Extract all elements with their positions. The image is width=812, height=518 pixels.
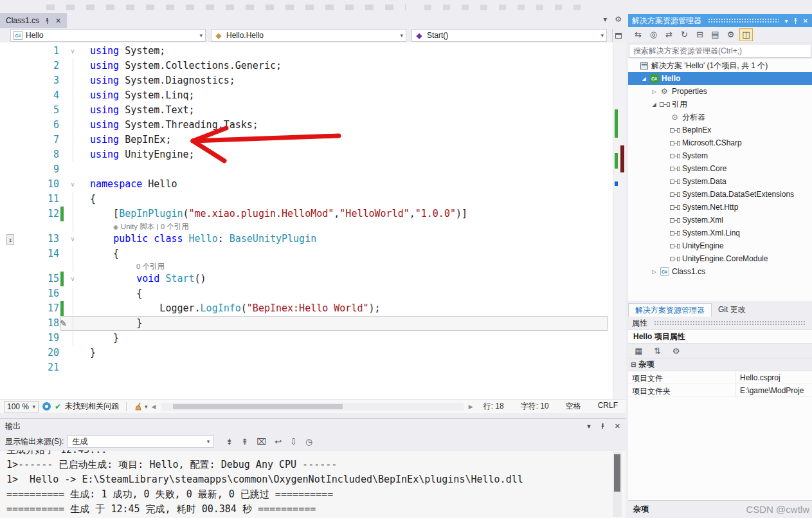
alphabetical-icon[interactable]: ⇅: [651, 344, 664, 357]
word-wrap-icon[interactable]: ↩: [275, 437, 282, 447]
fold-chevron-icon[interactable]: ∨: [66, 44, 80, 59]
tree-item[interactable]: ⊙分析器: [628, 111, 812, 124]
codelens-row[interactable]: ◉Unity 脚本 | 0 个引用: [0, 221, 613, 232]
solution-explorer-header[interactable]: 解决方案资源管理器 ▾ ✕: [628, 14, 812, 27]
expander-expanded-icon[interactable]: ◢: [650, 102, 658, 107]
code-line[interactable]: 10∨namespace Hello: [0, 177, 613, 192]
close-icon[interactable]: ✕: [55, 17, 61, 25]
code-line[interactable]: 19 }: [0, 331, 613, 346]
switch-views-icon[interactable]: ⇆: [631, 28, 645, 41]
collapse-category-icon[interactable]: ⊟: [631, 361, 636, 368]
expander-collapsed-icon[interactable]: ▷: [650, 269, 658, 275]
code-line[interactable]: 20}: [0, 346, 613, 360]
properties-icon[interactable]: ⚙: [724, 28, 737, 41]
code-cleanup-button[interactable]: ▾: [134, 402, 148, 411]
show-all-files-icon[interactable]: ▤: [708, 28, 722, 41]
tab-overflow-chevron-icon[interactable]: ▾: [603, 15, 607, 24]
output-scrollbar-thumb[interactable]: [614, 454, 620, 492]
scroll-right-arrow-icon[interactable]: ▶: [469, 403, 473, 410]
project-dropdown[interactable]: C# Hello ▾: [10, 29, 206, 42]
property-row[interactable]: 项目文件Hello.csproj: [628, 371, 812, 384]
categorized-icon[interactable]: ▦: [632, 344, 645, 357]
expander-collapsed-icon[interactable]: ▷: [650, 89, 658, 95]
code-line[interactable]: 6using System.Threading.Tasks;: [0, 118, 613, 133]
window-position-chevron-icon[interactable]: ▾: [587, 422, 591, 430]
tree-item[interactable]: ▷C#Class1.cs: [628, 265, 812, 278]
status-spaces[interactable]: 空格: [566, 401, 581, 412]
property-value[interactable]: E:\game\ModProje: [736, 384, 812, 396]
pin-icon[interactable]: [599, 423, 606, 430]
code-line[interactable]: 15∨ void Start(): [0, 272, 613, 286]
tree-item[interactable]: ◢C#Hello: [628, 72, 812, 85]
code-line[interactable]: 5using System.Text;: [0, 103, 613, 118]
horizontal-scrollbar[interactable]: [161, 403, 464, 411]
clear-all-icon[interactable]: ⌧: [257, 437, 266, 447]
code-line[interactable]: ↥13∨ public class Hello: BaseUnityPlugin: [0, 232, 613, 246]
preview-selected-items-icon[interactable]: ◫: [739, 28, 753, 41]
scroll-left-arrow-icon[interactable]: ◀: [152, 403, 156, 410]
close-icon[interactable]: ✕: [803, 17, 808, 24]
code-line[interactable]: 18✎ }: [0, 316, 613, 331]
tree-item[interactable]: System.Xml: [628, 214, 812, 227]
properties-header[interactable]: 属性: [628, 317, 812, 329]
window-position-chevron-icon[interactable]: ▾: [785, 17, 788, 24]
split-editor-button[interactable]: [612, 29, 624, 42]
output-header[interactable]: 输出 ▾ ✕: [0, 419, 626, 433]
code-line[interactable]: 4using System.Linq;: [0, 88, 613, 103]
tree-item[interactable]: UnityEngine.CoreModule: [628, 252, 812, 265]
document-health-icon[interactable]: [42, 402, 51, 411]
inheritance-margin-icon[interactable]: ↥: [6, 234, 14, 245]
property-category-row[interactable]: ⊟ 杂项: [628, 358, 812, 371]
status-line-ending[interactable]: CRLF: [598, 401, 618, 412]
search-input[interactable]: [629, 44, 811, 58]
zoom-dropdown[interactable]: 100 % ▾: [4, 401, 39, 412]
expander-expanded-icon[interactable]: ◢: [640, 76, 648, 82]
close-icon[interactable]: ✕: [615, 422, 620, 430]
tree-item[interactable]: System.Data.DataSetExtensions: [628, 188, 812, 201]
code-line[interactable]: 8using UnityEngine;: [0, 147, 613, 162]
tab-class1cs[interactable]: Class1.cs ✕: [0, 13, 67, 28]
fold-chevron-icon[interactable]: ∨: [66, 232, 80, 246]
tree-item[interactable]: System.Core: [628, 162, 812, 175]
horizontal-scrollbar-thumb[interactable]: [173, 404, 342, 409]
output-vertical-scrollbar[interactable]: [613, 452, 622, 517]
timestamp-icon[interactable]: ◷: [305, 437, 312, 447]
property-value[interactable]: Hello.csproj: [736, 371, 812, 384]
tree-item[interactable]: System.Xml.Linq: [628, 227, 812, 239]
tree-item[interactable]: System: [628, 149, 812, 162]
issues-status-text[interactable]: 未找到相关问题: [65, 401, 119, 412]
code-line[interactable]: 12 [BepInPlugin("me.xiao.plugin.HelloMod…: [0, 207, 613, 221]
editor-body[interactable]: 1∨using System;2using System.Collections…: [0, 42, 613, 399]
type-dropdown[interactable]: ◆ Hello.Hello ▾: [211, 29, 406, 42]
output-content[interactable]: 生成开始于 12:45...1>------ 已启动生成: 项目: Hello,…: [0, 450, 626, 518]
output-source-dropdown[interactable]: 生成 ▾: [68, 435, 214, 448]
code-line[interactable]: 16 {: [0, 286, 613, 301]
tree-item[interactable]: 解决方案 'Hello' (1个项目, 共 1 个): [628, 59, 812, 72]
code-line[interactable]: 3using System.Diagnostics;: [0, 73, 613, 88]
code-line[interactable]: 21: [0, 360, 613, 375]
fold-chevron-icon[interactable]: ∨: [66, 272, 80, 286]
gear-icon[interactable]: ⚙: [615, 15, 622, 24]
collapse-all-icon[interactable]: ⊟: [693, 28, 707, 41]
tree-item[interactable]: ◢引用: [628, 98, 812, 111]
code-line[interactable]: 11{: [0, 192, 613, 207]
property-row[interactable]: 项目文件夹E:\game\ModProje: [628, 384, 812, 397]
code-line[interactable]: 7using BepInEx;: [0, 133, 613, 147]
refresh-icon[interactable]: ↻: [678, 28, 691, 41]
goto-previous-message-icon[interactable]: ⇞: [241, 437, 248, 447]
code-line[interactable]: 1∨using System;: [0, 44, 613, 59]
pin-icon[interactable]: [792, 17, 799, 24]
tree-item[interactable]: Microsoft.CSharp: [628, 136, 812, 149]
tree-item[interactable]: UnityEngine: [628, 239, 812, 252]
goto-message-icon[interactable]: ⇟: [226, 437, 233, 447]
codelens-row[interactable]: 0 个引用: [0, 261, 613, 272]
tree-item[interactable]: System.Net.Http: [628, 201, 812, 214]
tree-item[interactable]: System.Data: [628, 175, 812, 188]
property-pages-icon[interactable]: ⚙: [669, 344, 683, 357]
code-line[interactable]: 9: [0, 162, 613, 177]
code-line[interactable]: 14 {: [0, 246, 613, 261]
tree-item[interactable]: BepInEx: [628, 124, 812, 136]
sync-with-active-document-icon[interactable]: ⇄: [662, 28, 676, 41]
fold-chevron-icon[interactable]: ∨: [66, 177, 80, 192]
autoscroll-icon[interactable]: ⇩: [290, 437, 297, 447]
